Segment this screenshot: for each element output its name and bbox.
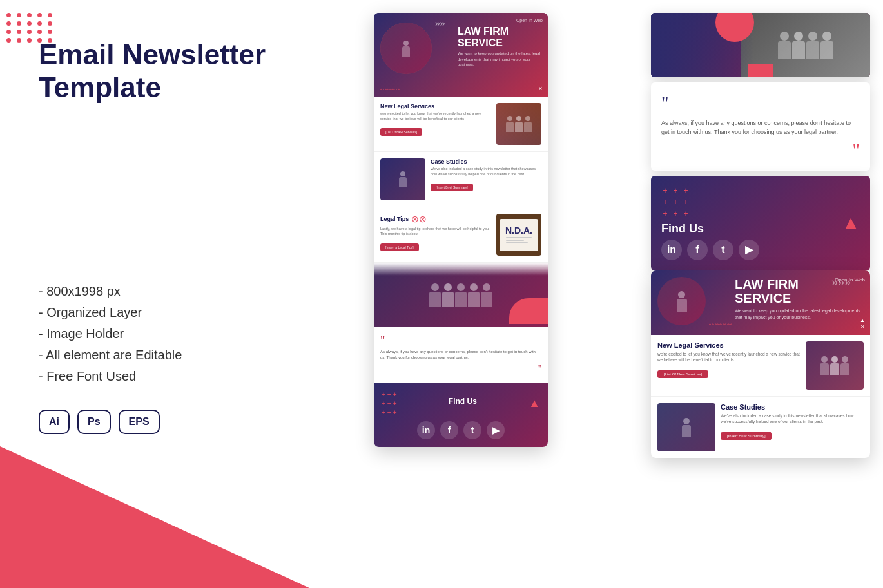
- nl-header-description: We want to keep you updated on the lates…: [458, 51, 541, 67]
- nl-group-photo: [374, 263, 548, 327]
- nl-tips-section: Legal Tips ⊗⊗ Lastly, we have a legal ti…: [374, 207, 548, 263]
- rt-linkedin-icon[interactable]: in: [661, 240, 682, 260]
- bg-triangle: [0, 446, 309, 588]
- rb-wave-decoration: 〰〰〰: [709, 321, 732, 330]
- nl-case-section: Case Studies We've also included a case …: [374, 152, 548, 207]
- nl-firm-name: LAW FIRM SERVICE: [458, 26, 541, 48]
- rb-services-body: we're excited to let you know that we've…: [657, 351, 801, 363]
- rb-triangle-icon: ▲: [860, 318, 865, 323]
- nl-arrow-up-icon: ▲: [529, 397, 540, 410]
- rt-findus-bg: +++ +++ +++ Find Us in f t ▶ ▲: [651, 176, 870, 270]
- rt-red-rect: [748, 64, 773, 77]
- nl-services-image: [496, 103, 541, 145]
- rb-services-btn[interactable]: [List Of New Services]: [657, 370, 708, 378]
- newsletter-card: »» Open In Web LAW FIRM SERVICE We want …: [374, 13, 548, 447]
- rt-quote-open: ": [661, 93, 860, 113]
- rb-card: »»» Open In Web LAW FIRM SERVICE We want…: [651, 270, 870, 458]
- rb-header-text: LAW FIRM SERVICE We want to keep you upd…: [735, 277, 864, 321]
- feature-item: - All element are Editable: [39, 348, 296, 363]
- right-bottom-preview: »»» Open In Web LAW FIRM SERVICE We want…: [651, 270, 870, 458]
- nl-close-icon: ✕: [538, 86, 543, 91]
- rb-case-btn[interactable]: [Insert Brief Summary]: [721, 432, 772, 440]
- badge-eps: EPS: [119, 410, 160, 434]
- rb-header-circle: [657, 277, 706, 325]
- rb-header: »»» Open In Web LAW FIRM SERVICE We want…: [651, 270, 870, 335]
- rb-case-body: We've also included a case study in this…: [721, 413, 864, 424]
- nl-quote-open: ": [380, 335, 541, 346]
- nl-tips-body: Lastly, we have a legal tip to share tha…: [380, 227, 491, 236]
- rt-twitter-icon[interactable]: t: [713, 240, 733, 260]
- features-list: - 800x1998 px - Organized Layer - Image …: [39, 284, 296, 384]
- rb-services-section: New Legal Services we're excited to let …: [651, 335, 870, 397]
- rt-header: [651, 13, 870, 77]
- nl-header-circle: [380, 23, 432, 74]
- rb-header-description: We want to keep you updated on the lates…: [735, 308, 864, 321]
- nl-header: »» Open In Web LAW FIRM SERVICE We want …: [374, 13, 548, 97]
- badge-ps: Ps: [77, 410, 111, 434]
- rt-findus-card: +++ +++ +++ Find Us in f t ▶ ▲: [651, 176, 870, 270]
- nl-twitter-icon[interactable]: t: [463, 421, 481, 439]
- rt-quote-close: ": [661, 140, 860, 160]
- rt-quote-section: " As always, if you have any questions o…: [651, 82, 870, 171]
- rt-findus-left: +++ +++ +++ Find Us in f t ▶: [661, 186, 759, 260]
- rb-firm-name: LAW FIRM SERVICE: [735, 277, 864, 305]
- nl-tips-icon: ⊗⊗: [411, 214, 427, 224]
- rt-header-card: [651, 13, 870, 77]
- nl-linkedin-icon[interactable]: in: [417, 421, 435, 439]
- nl-chevrons: »»: [435, 18, 445, 28]
- nl-quote-section: " As always, if you have any questions o…: [374, 327, 548, 383]
- rb-case-text: Case Studies We've also included a case …: [721, 403, 864, 451]
- nl-case-text: Case Studies We've also included a case …: [431, 158, 541, 200]
- nl-lawyer-image: [380, 23, 432, 74]
- nl-case-image: [380, 158, 425, 200]
- nl-open-web-label: Open In Web: [516, 18, 543, 23]
- nl-tips-btn[interactable]: [Insert a Legal Tips]: [380, 243, 419, 251]
- feature-item: - Image Holder: [39, 327, 296, 341]
- feature-item: - Organized Layer: [39, 305, 296, 320]
- right-top-preview: " As always, if you have any questions o…: [651, 13, 870, 270]
- rt-quote-card: " As always, if you have any questions o…: [651, 82, 870, 171]
- rb-services-text: New Legal Services we're excited to let …: [657, 341, 801, 390]
- center-preview: »» Open In Web LAW FIRM SERVICE We want …: [374, 13, 548, 573]
- nl-case-title: Case Studies: [431, 158, 541, 165]
- nl-tips-title: Legal Tips: [380, 216, 409, 222]
- nl-header-text: LAW FIRM SERVICE We want to keep you upd…: [458, 26, 541, 67]
- nl-social-icons: in f t ▶: [382, 421, 540, 439]
- rb-case-section: Case Studies We've also included a case …: [651, 397, 870, 458]
- nl-case-btn[interactable]: [Insert Brief Summary]: [431, 184, 473, 191]
- nl-services-text: New Legal Services we're excited to let …: [380, 103, 491, 145]
- rb-services-image: [806, 341, 864, 390]
- nl-quote-text: As always, if you have any questions or …: [380, 349, 541, 361]
- nl-footer-title: Find Us: [449, 397, 477, 406]
- nl-quote-close: ": [380, 363, 541, 375]
- rb-case-image: [657, 403, 715, 451]
- nl-services-section: New Legal Services we're excited to let …: [374, 97, 548, 152]
- nl-tips-image: N.D.A.: [496, 214, 541, 256]
- nl-services-title: New Legal Services: [380, 103, 491, 109]
- feature-item: - 800x1998 px: [39, 284, 296, 299]
- rb-close-icon: ✕: [860, 324, 865, 330]
- nl-tips-text: Legal Tips ⊗⊗ Lastly, we have a legal ti…: [380, 214, 491, 256]
- software-badges: Ai Ps EPS: [39, 410, 296, 434]
- rt-social-icons: in f t ▶: [661, 240, 759, 260]
- nl-services-btn[interactable]: [List Of New Services]: [380, 128, 422, 136]
- rb-services-title: New Legal Services: [657, 341, 801, 349]
- page-title: Email Newsletter Template: [39, 39, 296, 104]
- nl-wave-decoration: 〰〰〰: [380, 86, 400, 93]
- nl-services-body: we're excited to let you know that we've…: [380, 111, 491, 121]
- rt-quote-text: As always, if you have any questions or …: [661, 119, 860, 137]
- rt-youtube-icon[interactable]: ▶: [739, 240, 759, 260]
- nl-footer-decoration: +++ +++ +++ Find Us ▲: [382, 391, 540, 416]
- nl-case-body: We've also included a case study in this…: [431, 167, 541, 176]
- rt-facebook-icon[interactable]: f: [687, 240, 708, 260]
- nl-footer: +++ +++ +++ Find Us ▲ in f t ▶: [374, 383, 548, 447]
- nl-facebook-icon[interactable]: f: [440, 421, 458, 439]
- rb-case-title: Case Studies: [721, 403, 864, 411]
- nl-youtube-icon[interactable]: ▶: [487, 421, 505, 439]
- rt-plus-grid: +++ +++ +++: [661, 186, 759, 218]
- badge-ai: Ai: [39, 410, 70, 434]
- feature-item: - Free Font Used: [39, 369, 296, 384]
- rt-arrow-icon: ▲: [842, 213, 860, 233]
- rt-findus-title: Find Us: [661, 222, 759, 236]
- left-panel: Email Newsletter Template - 800x1998 px …: [39, 39, 296, 434]
